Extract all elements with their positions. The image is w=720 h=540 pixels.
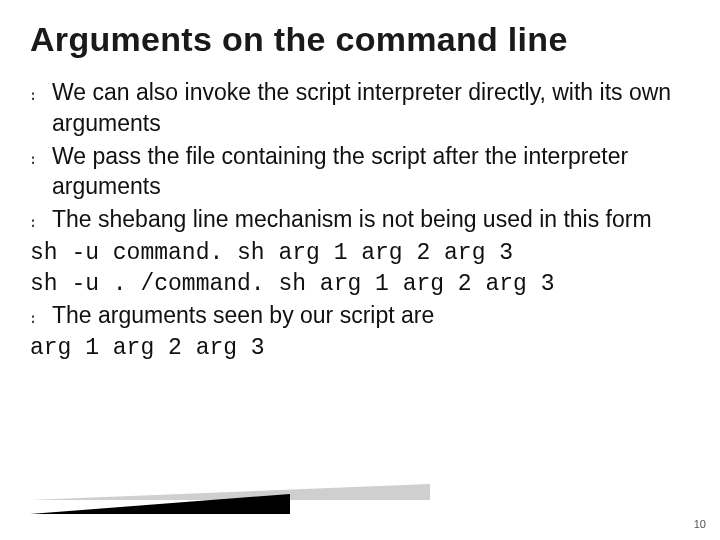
slide: Arguments on the command line ։ We can a… (0, 0, 720, 540)
bullet-text: We pass the file containing the script a… (52, 141, 690, 203)
bullet-item: ։ The arguments seen by our script are (30, 300, 690, 332)
bullet-text: The shebang line mechanism is not being … (52, 204, 690, 235)
bullet-text: We can also invoke the script interprete… (52, 77, 690, 139)
code-line: sh -u command. sh arg 1 arg 2 arg 3 (30, 238, 690, 269)
bullet-marker-icon: ։ (30, 141, 52, 173)
code-line: arg 1 arg 2 arg 3 (30, 333, 690, 364)
bullet-item: ։ The shebang line mechanism is not bein… (30, 204, 690, 236)
bullet-item: ։ We pass the file containing the script… (30, 141, 690, 203)
decorative-wedge (30, 484, 430, 514)
wedge-black-icon (30, 494, 290, 514)
bullet-marker-icon: ։ (30, 300, 52, 332)
bullet-marker-icon: ։ (30, 204, 52, 236)
bullet-item: ։ We can also invoke the script interpre… (30, 77, 690, 139)
code-line: sh -u . /command. sh arg 1 arg 2 arg 3 (30, 269, 690, 300)
page-number: 10 (694, 518, 706, 530)
slide-title: Arguments on the command line (30, 20, 690, 59)
slide-content: ։ We can also invoke the script interpre… (30, 77, 690, 364)
bullet-text: The arguments seen by our script are (52, 300, 690, 331)
bullet-marker-icon: ։ (30, 77, 52, 109)
